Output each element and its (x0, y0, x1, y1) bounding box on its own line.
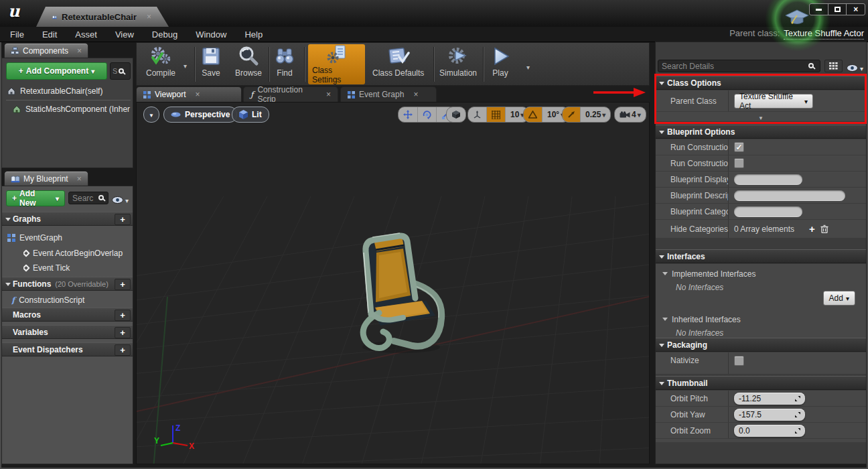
menu-edit[interactable]: Edit (42, 29, 57, 40)
rotate-tool-button[interactable] (417, 107, 436, 122)
add-new-button[interactable]: Add New (6, 190, 65, 206)
graduation-cap-icon[interactable] (784, 7, 810, 27)
implemented-interfaces-expander[interactable]: Implemented Interfaces (662, 269, 866, 279)
add-graph-button[interactable]: + (115, 214, 131, 225)
graphs-section-header[interactable]: Graphs + (2, 212, 133, 226)
packaging-header[interactable]: Packaging (656, 338, 866, 352)
move-tool-button[interactable] (399, 107, 417, 122)
orbit-zoom-field[interactable]: 0.0 (734, 425, 805, 437)
component-row-staticmesh[interactable]: StaticMeshComponent (Inher (13, 102, 133, 117)
camera-mode-button[interactable]: Perspective (163, 107, 237, 123)
compile-options-caret[interactable] (184, 59, 187, 71)
interfaces-header-label: Interfaces (667, 252, 705, 261)
tab-viewport[interactable]: Viewport (136, 86, 242, 102)
run-construction-checkbox-unchecked[interactable] (734, 158, 744, 168)
blueprint-description-field[interactable] (734, 190, 845, 201)
variables-section-header[interactable]: Variables + (2, 325, 133, 339)
construction-script-row[interactable]: ƒ ConstructionScript (11, 293, 131, 308)
add-macro-button[interactable]: + (115, 310, 131, 321)
play-options-caret[interactable] (526, 60, 530, 72)
event-actorbeginoverlap-row[interactable]: Event ActorBeginOverlap (23, 246, 132, 261)
interfaces-header[interactable]: Interfaces (656, 249, 866, 263)
document-tab-retexturablechair[interactable]: RetexturableChair (36, 7, 169, 27)
trash-icon[interactable] (820, 224, 828, 233)
close-tab-icon[interactable] (326, 90, 331, 99)
viewport-tab-strip: Viewport ƒ Construction Scrip Event Grap… (136, 86, 650, 102)
component-row-self[interactable]: RetexturableChair(self) (7, 84, 131, 98)
scale-snap-group: 0.25 (562, 107, 611, 123)
orbit-pitch-field[interactable]: -11.25 (734, 393, 805, 405)
close-button[interactable]: × (846, 4, 865, 15)
add-event-dispatcher-button[interactable]: + (115, 344, 131, 356)
add-variable-button[interactable]: + (115, 327, 131, 338)
surface-snap-button[interactable] (468, 107, 486, 122)
visibility-filter-button[interactable] (112, 194, 129, 206)
viewport-options-button[interactable] (143, 107, 159, 123)
menu-window[interactable]: Window (196, 29, 226, 40)
play-label: Play (492, 68, 508, 78)
row-label: Run Construction (656, 159, 728, 168)
add-function-button[interactable]: + (115, 279, 131, 290)
inherited-interfaces-expander[interactable]: Inherited Interfaces (662, 315, 866, 324)
components-panel-tab[interactable]: Components (4, 43, 88, 58)
coordinate-system-group (446, 107, 466, 123)
minimize-button[interactable] (810, 4, 828, 15)
event-label: Event Tick (33, 263, 70, 273)
add-array-element-icon[interactable] (809, 223, 815, 234)
menu-asset[interactable]: Asset (75, 29, 97, 40)
3d-viewport[interactable]: Perspective Lit (136, 102, 650, 464)
blueprint-display-field[interactable] (734, 174, 802, 185)
functions-section-header[interactable]: Functions (20 Overridable) + (2, 277, 133, 291)
menu-view[interactable]: View (115, 29, 134, 40)
grid-snap-toggle[interactable] (486, 107, 505, 122)
close-tab-icon[interactable] (147, 12, 151, 21)
menu-debug[interactable]: Debug (152, 29, 177, 40)
find-button[interactable]: Find (274, 46, 295, 78)
add-interface-button[interactable]: Add (823, 291, 855, 306)
event-dispatchers-section-header[interactable]: Event Dispatchers + (2, 342, 133, 356)
close-tab-icon[interactable] (413, 90, 418, 99)
blueprint-category-field[interactable] (734, 206, 802, 217)
components-search-box[interactable]: S (110, 62, 131, 80)
browse-button[interactable]: Browse (235, 46, 262, 78)
play-button[interactable]: Play (490, 46, 510, 78)
tab-event-graph[interactable]: Event Graph (340, 86, 437, 102)
macros-section-header[interactable]: Macros + (2, 308, 133, 322)
event-graph-row[interactable]: EventGraph (7, 230, 131, 245)
event-tick-row[interactable]: Event Tick (23, 261, 132, 275)
nativize-checkbox[interactable] (734, 356, 744, 366)
class-settings-button[interactable]: Class Settings (308, 44, 365, 84)
scale-snap-value-button[interactable]: 0.25 (580, 107, 610, 122)
parent-class-value[interactable]: Texture Shuffle Actor (784, 28, 864, 40)
close-panel-icon[interactable] (77, 46, 82, 56)
close-tab-icon[interactable] (195, 90, 200, 99)
menu-help[interactable]: Help (244, 29, 263, 40)
find-binoculars-icon (274, 46, 295, 67)
compile-button[interactable]: Compile (146, 46, 175, 78)
thumbnail-header[interactable]: Thumbnail (656, 376, 866, 390)
orbit-yaw-field[interactable]: -157.5 (734, 409, 805, 421)
close-panel-icon[interactable] (77, 174, 82, 184)
scale-snap-toggle[interactable] (563, 107, 580, 122)
menu-file[interactable]: File (10, 29, 24, 40)
my-blueprint-panel-tab[interactable]: My Blueprint (4, 171, 88, 186)
view-mode-button[interactable]: Lit (232, 107, 269, 123)
event-graph-label: EventGraph (19, 233, 62, 243)
maximize-button[interactable] (828, 4, 847, 15)
caret-down-icon (638, 110, 641, 119)
rotation-snap-toggle[interactable] (524, 107, 542, 122)
tab-label: Construction Scrip (257, 85, 317, 104)
tab-construction-script[interactable]: ƒ Construction Scrip (243, 86, 338, 102)
blueprint-options-header[interactable]: Blueprint Options (656, 125, 866, 139)
details-search-input[interactable] (658, 60, 820, 72)
coordinate-system-button[interactable] (447, 107, 465, 122)
save-button[interactable]: Save (201, 46, 221, 78)
camera-speed-button[interactable]: 4 (615, 107, 646, 122)
simulation-button[interactable]: Simulation (439, 46, 477, 78)
details-view-options-button[interactable] (847, 62, 863, 74)
run-construction-checkbox-checked[interactable] (734, 142, 744, 152)
caret-down-icon (602, 110, 605, 119)
property-matrix-button[interactable] (824, 60, 843, 72)
class-defaults-button[interactable]: Class Defaults (372, 46, 424, 78)
add-component-button[interactable]: Add Component (6, 62, 107, 80)
